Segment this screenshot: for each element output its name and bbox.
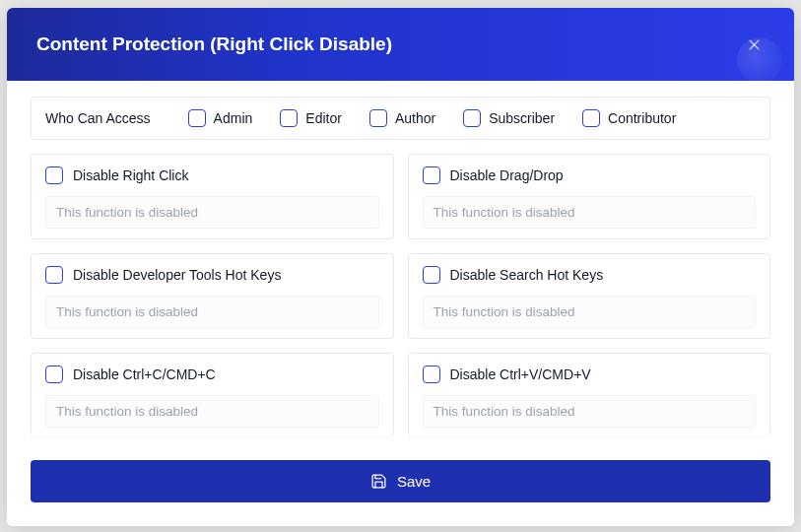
role-contributor[interactable]: Contributor: [582, 109, 676, 127]
modal-title: Content Protection (Right Click Disable): [36, 33, 392, 55]
modal-header: Content Protection (Right Click Disable): [7, 8, 794, 81]
option-label: Disable Right Click: [73, 167, 188, 183]
save-button-label: Save: [397, 473, 431, 490]
checkbox[interactable]: [369, 109, 387, 127]
option-label: Disable Developer Tools Hot Keys: [73, 267, 281, 283]
checkbox[interactable]: [423, 166, 440, 184]
options-grid: Disable Right Click This function is dis…: [31, 154, 770, 444]
modal: Content Protection (Right Click Disable)…: [7, 8, 794, 526]
option-disable-right-click: Disable Right Click This function is dis…: [31, 154, 394, 239]
checkbox[interactable]: [45, 166, 63, 184]
checkbox[interactable]: [423, 266, 440, 284]
option-label: Disable Ctrl+V/CMD+V: [450, 366, 591, 382]
checkbox[interactable]: [423, 366, 440, 383]
option-disable-devtools-hotkeys: Disable Developer Tools Hot Keys This fu…: [31, 253, 394, 339]
role-admin[interactable]: Admin: [188, 109, 253, 127]
role-label: Admin: [214, 110, 253, 126]
role-label: Author: [395, 110, 435, 126]
option-label: Disable Ctrl+C/CMD+C: [73, 366, 216, 382]
option-status: This function is disabled: [45, 196, 379, 229]
option-disable-ctrl-v: Disable Ctrl+V/CMD+V This function is di…: [408, 353, 771, 438]
access-label: Who Can Access: [45, 110, 151, 126]
option-disable-drag-drop: Disable Drag/Drop This function is disab…: [408, 154, 771, 239]
close-button[interactable]: [743, 33, 765, 55]
option-status: This function is disabled: [423, 395, 757, 428]
checkbox[interactable]: [188, 109, 206, 127]
save-icon: [370, 473, 387, 490]
checkbox[interactable]: [463, 109, 481, 127]
option-status: This function is disabled: [423, 296, 757, 328]
option-label: Disable Search Hot Keys: [450, 267, 604, 283]
checkbox[interactable]: [45, 366, 63, 383]
modal-body: Who Can Access Admin Editor Author Subsc…: [7, 81, 794, 444]
access-row: Who Can Access Admin Editor Author Subsc…: [31, 97, 770, 140]
modal-footer: Save: [7, 444, 794, 526]
option-disable-search-hotkeys: Disable Search Hot Keys This function is…: [408, 253, 771, 339]
option-label: Disable Drag/Drop: [450, 167, 564, 183]
checkbox[interactable]: [45, 266, 63, 284]
role-subscriber[interactable]: Subscriber: [463, 109, 555, 127]
role-label: Editor: [305, 110, 342, 126]
option-status: This function is disabled: [45, 395, 379, 428]
save-button[interactable]: Save: [31, 460, 770, 502]
role-label: Contributor: [608, 110, 676, 126]
checkbox[interactable]: [280, 109, 298, 127]
close-icon: [747, 37, 762, 52]
option-disable-ctrl-c: Disable Ctrl+C/CMD+C This function is di…: [31, 353, 394, 438]
option-status: This function is disabled: [423, 196, 757, 229]
role-label: Subscriber: [489, 110, 555, 126]
checkbox[interactable]: [582, 109, 600, 127]
option-status: This function is disabled: [45, 296, 379, 328]
role-editor[interactable]: Editor: [280, 109, 342, 127]
role-author[interactable]: Author: [369, 109, 435, 127]
